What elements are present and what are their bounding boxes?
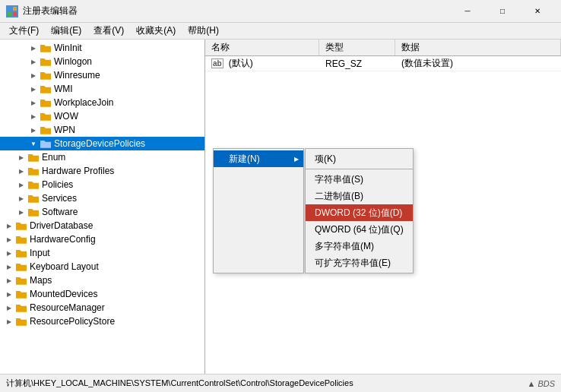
tree-item-resourcemanager[interactable]: ResourceManager [0,301,204,315]
tree-label: ResourcePolicyStore [30,316,115,327]
expand-wmi[interactable] [27,83,40,95]
svg-rect-3 [13,12,17,16]
minimize-button[interactable]: ─ [450,0,485,23]
folder-icon [15,247,27,259]
tree-item-enum[interactable]: Enum [0,150,204,164]
new-menu-item[interactable]: 新建(N) [214,150,303,167]
menu-view[interactable]: 查看(V) [87,23,130,39]
expand-wpn[interactable] [27,124,40,136]
expand-hardwareconfig[interactable] [3,233,15,245]
close-button[interactable]: ✕ [520,0,555,23]
context-menu-container: 新建(N) 项(K) 字符串值(S) 二进制值(B) DWORD (32 位)值… [213,148,414,273]
expand-resourcepolicystore[interactable] [3,315,15,327]
tree-label: Input [30,248,50,258]
tree-label: WPN [54,125,75,135]
submenu-qword[interactable]: QWORD (64 位)值(Q) [306,221,413,238]
table-header: 名称 类型 数据 [205,40,561,56]
maximize-button[interactable]: □ [485,0,520,23]
tree-item-winlogon[interactable]: Winlogon [0,55,204,68]
tree-item-resourcepolicystore[interactable]: ResourcePolicyStore [0,315,204,328]
tree-item-hardware-profiles[interactable]: Hardware Profiles [0,164,204,178]
submenu-multistring[interactable]: 多字符串值(M) [306,238,413,254]
expand-wow[interactable] [27,110,40,122]
col-header-type[interactable]: 类型 [319,40,395,55]
tree-item-wininit[interactable]: WinInit [0,41,204,55]
tree-item-driverdatabase[interactable]: DriverDatabase [0,219,204,232]
new-submenu: 项(K) 字符串值(S) 二进制值(B) DWORD (32 位)值(D) QW… [305,148,414,273]
tree-pane: WinInit Winlogon Winresume [0,40,205,374]
expand-enum[interactable] [15,151,27,163]
tree-item-input[interactable]: Input [0,246,204,260]
menu-edit[interactable]: 编辑(E) [45,23,87,39]
expand-storagedevicepolicies[interactable] [27,138,40,150]
tree-label: WinInit [54,43,82,53]
menu-favorites[interactable]: 收藏夹(A) [130,23,182,39]
tree-label: Keyboard Layout [30,261,99,272]
expand-input[interactable] [3,247,15,259]
tree-item-keyboard-layout[interactable]: Keyboard Layout [0,260,204,273]
submenu-dword[interactable]: DWORD (32 位)值(D) [306,204,413,221]
tree-label: ResourceManager [30,302,105,313]
folder-icon [40,55,52,68]
tree-item-policies[interactable]: Policies [0,178,204,191]
expand-wininit[interactable] [27,42,40,54]
tree-item-software[interactable]: Software [0,205,204,219]
expand-workplacejoin[interactable] [27,96,40,109]
folder-icon [27,151,40,163]
tree-item-services[interactable]: Services [0,191,204,205]
menu-file[interactable]: 文件(F) [3,23,45,39]
cell-data: (数值未设置) [395,57,561,70]
tree-label: StorageDevicePolicies [54,138,145,149]
table-row[interactable]: ab (默认) REG_SZ (数值未设置) [205,56,561,71]
tree-label: WMI [54,84,73,94]
submenu-string[interactable]: 字符串值(S) [306,171,413,188]
submenu-expandstring[interactable]: 可扩充字符串值(E) [306,254,413,271]
tree-label: Winresume [54,70,100,81]
tree-label: WorkplaceJoin [54,97,113,108]
folder-icon [27,179,40,191]
tree-item-maps[interactable]: Maps [0,273,204,287]
folder-icon [40,42,52,54]
expand-services[interactable] [15,192,27,204]
expand-hardware-profiles[interactable] [15,165,27,177]
expand-software[interactable] [15,206,27,218]
expand-policies[interactable] [15,179,27,191]
col-header-data[interactable]: 数据 [395,40,561,55]
folder-icon [15,220,27,232]
expand-driverdatabase[interactable] [3,220,15,232]
expand-keyboard-layout[interactable] [3,261,15,273]
tree-label: DriverDatabase [30,220,93,231]
tree-item-wow[interactable]: WOW [0,109,204,123]
tree-label: Enum [42,152,65,163]
folder-icon [40,83,52,95]
expand-resourcemanager[interactable] [3,302,15,314]
tree-item-winresume[interactable]: Winresume [0,68,204,82]
submenu-key[interactable]: 项(K) [306,150,413,167]
tree-label: Maps [30,275,52,286]
expand-maps[interactable] [3,274,15,286]
title-bar: 注册表编辑器 ─ □ ✕ [0,0,561,23]
reg-type-icon: ab [211,58,223,68]
folder-icon [40,96,52,109]
tree-item-hardwareconfig[interactable]: HardwareConfig [0,232,204,246]
tree-item-wmi[interactable]: WMI [0,82,204,96]
tree-item-wpn[interactable]: WPN [0,123,204,137]
expand-mounteddevices[interactable] [3,288,15,300]
expand-winlogon[interactable] [27,55,40,68]
submenu-binary[interactable]: 二进制值(B) [306,188,413,204]
col-header-name[interactable]: 名称 [205,40,319,55]
tree-item-mounteddevices[interactable]: MountedDevices [0,287,204,301]
status-path: 计算机\HKEY_LOCAL_MACHINE\SYSTEM\CurrentCon… [6,378,353,389]
folder-icon [15,274,27,286]
folder-icon [15,288,27,300]
tree-item-workplacejoin[interactable]: WorkplaceJoin [0,96,204,109]
tree-label: Policies [42,179,73,190]
tree-scroll[interactable]: WinInit Winlogon Winresume [0,40,204,374]
folder-icon [15,261,27,273]
tree-item-storagedevicepolicies[interactable]: StorageDevicePolicies [0,137,204,150]
svg-rect-0 [8,7,11,11]
folder-icon [15,233,27,245]
tree-label: MountedDevices [30,289,97,299]
menu-help[interactable]: 帮助(H) [182,23,225,39]
expand-winresume[interactable] [27,69,40,81]
